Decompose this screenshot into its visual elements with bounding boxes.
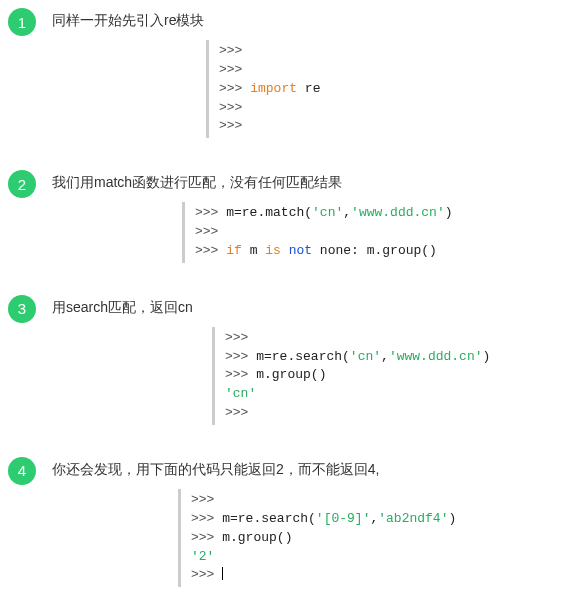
code-token: is (265, 243, 281, 258)
code-token: m.group() (256, 367, 326, 382)
code-line: 'cn' (225, 385, 562, 404)
step-3: 3用search匹配，返回cn>>>>>> m=re.search('cn','… (8, 299, 562, 425)
step-badge: 1 (8, 8, 36, 36)
code-token: if (226, 243, 242, 258)
code-token: m=re.search( (222, 511, 316, 526)
code-token: not (289, 243, 312, 258)
code-line: >>> m.group() (225, 366, 562, 385)
step-badge: 3 (8, 295, 36, 323)
code-token: m.group() (222, 530, 292, 545)
code-token: >>> (195, 205, 226, 220)
step-body: 同样一开始先引入re模块>>>>>>>>> import re>>>>>> (52, 12, 562, 138)
step-title: 用search匹配，返回cn (52, 299, 562, 317)
code-token: ) (445, 205, 453, 220)
code-token: >>> (225, 349, 256, 364)
code-line: >>> (195, 223, 562, 242)
code-line: >>> (219, 42, 562, 61)
code-token: >>> (191, 530, 222, 545)
code-line: >>> m=re.search('cn','www.ddd.cn') (225, 348, 562, 367)
code-token: 'www.ddd.cn' (389, 349, 483, 364)
code-token: ) (448, 511, 456, 526)
code-token: , (343, 205, 351, 220)
code-token: >>> (219, 118, 242, 133)
code-block: >>> m=re.match('cn','www.ddd.cn')>>>>>> … (182, 202, 562, 263)
code-token: >>> (191, 492, 214, 507)
code-token: >>> (225, 330, 248, 345)
step-title: 同样一开始先引入re模块 (52, 12, 562, 30)
code-token: >>> (219, 100, 242, 115)
step-badge: 4 (8, 457, 36, 485)
code-token: m=re.match( (226, 205, 312, 220)
code-token: m=re.search( (256, 349, 350, 364)
step-1: 1同样一开始先引入re模块>>>>>>>>> import re>>>>>> (8, 12, 562, 138)
code-token: 'cn' (312, 205, 343, 220)
code-token: , (381, 349, 389, 364)
code-block: >>>>>> m=re.search('[0-9]','ab2ndf4')>>>… (178, 489, 562, 587)
code-line: >>> (225, 329, 562, 348)
code-token: 'www.ddd.cn' (351, 205, 445, 220)
code-token: 'cn' (225, 386, 256, 401)
code-token: 'ab2ndf4' (378, 511, 448, 526)
code-token: import (250, 81, 297, 96)
code-token: >>> (225, 367, 256, 382)
step-2: 2我们用match函数进行匹配，没有任何匹配结果>>> m=re.match('… (8, 174, 562, 263)
code-block: >>>>>> m=re.search('cn','www.ddd.cn')>>>… (212, 327, 562, 425)
code-token: m (242, 243, 265, 258)
step-body: 你还会发现，用下面的代码只能返回2，而不能返回4,>>>>>> m=re.sea… (52, 461, 562, 587)
code-line: >>> import re (219, 80, 562, 99)
code-token (281, 243, 289, 258)
code-token: >>> (195, 224, 218, 239)
code-line: >>> (225, 404, 562, 423)
step-body: 我们用match函数进行匹配，没有任何匹配结果>>> m=re.match('c… (52, 174, 562, 263)
code-line: >>> (191, 491, 562, 510)
step-title: 你还会发现，用下面的代码只能返回2，而不能返回4, (52, 461, 562, 479)
code-line: >>> (191, 566, 562, 585)
code-token: none: m.group() (312, 243, 437, 258)
code-token: 'cn' (350, 349, 381, 364)
code-token: >>> (225, 405, 248, 420)
code-token: >>> (219, 81, 250, 96)
code-token: '2' (191, 549, 214, 564)
code-line: >>> m=re.search('[0-9]','ab2ndf4') (191, 510, 562, 529)
code-line: >>> m.group() (191, 529, 562, 548)
code-token: ) (483, 349, 491, 364)
step-title: 我们用match函数进行匹配，没有任何匹配结果 (52, 174, 562, 192)
code-token: >>> (191, 511, 222, 526)
code-token: >>> (219, 62, 242, 77)
step-4: 4你还会发现，用下面的代码只能返回2，而不能返回4,>>>>>> m=re.se… (8, 461, 562, 587)
code-line: >>> (219, 99, 562, 118)
code-line: >>> (219, 61, 562, 80)
code-token: re (297, 81, 320, 96)
code-line: '2' (191, 548, 562, 567)
step-badge: 2 (8, 170, 36, 198)
code-line: >>> (219, 117, 562, 136)
code-token: >>> (191, 567, 222, 582)
code-token: >>> (219, 43, 242, 58)
code-token: >>> (195, 243, 226, 258)
code-line: >>> m=re.match('cn','www.ddd.cn') (195, 204, 562, 223)
code-line: >>> if m is not none: m.group() (195, 242, 562, 261)
code-token: '[0-9]' (316, 511, 371, 526)
text-cursor (222, 567, 223, 580)
code-block: >>>>>>>>> import re>>>>>> (206, 40, 562, 138)
step-body: 用search匹配，返回cn>>>>>> m=re.search('cn','w… (52, 299, 562, 425)
